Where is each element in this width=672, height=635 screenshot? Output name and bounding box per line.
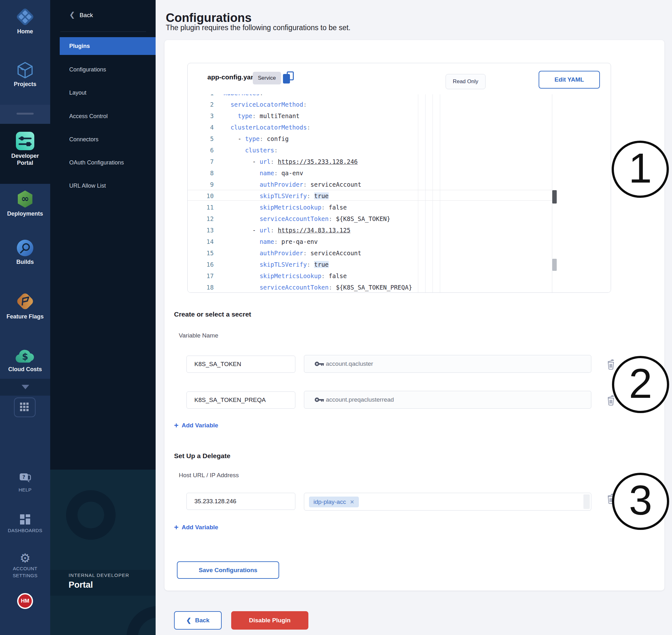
delegate-heading: Set Up a Delegate: [174, 452, 230, 460]
feature-flags-icon: [15, 291, 36, 313]
subnav-item-access-control[interactable]: Access Control: [60, 107, 156, 125]
sidebar-label-feature-flags: Feature Flags: [0, 313, 50, 320]
add-variable-label-2: Add Variable: [182, 524, 218, 530]
yaml-line-14: 14 name: pre-qa-env: [188, 236, 412, 247]
host-url-label: Host URL / IP Address: [179, 472, 239, 479]
gear-icon: ⚙: [20, 551, 30, 565]
subnav-item-connectors[interactable]: Connectors: [60, 131, 156, 148]
read-only-badge: Read Only: [446, 74, 485, 89]
app-window: Home Projects Developer Portal ∞ Deploym…: [0, 0, 672, 635]
subnav-back-link[interactable]: ❮Back: [69, 11, 93, 19]
sidebar-item-deployments[interactable]: ∞ Deployments: [0, 189, 50, 217]
sidebar-label-settings: SETTINGS: [0, 572, 50, 579]
sidebar-item-home[interactable]: Home: [0, 7, 50, 35]
svg-text:∞: ∞: [21, 193, 29, 204]
current-line-border-top: [188, 190, 552, 190]
yaml-line-18: 18 serviceAccountToken: ${K8S_SA_TOKEN_P…: [188, 282, 412, 292]
variable-name-input-1[interactable]: K8S_SA_TOKEN: [187, 356, 295, 373]
home-icon: [15, 7, 35, 28]
remove-tag-icon[interactable]: ✕: [350, 499, 354, 505]
yaml-line-12: 12 serviceAccountToken: ${K8S_SA_TOKEN}: [188, 213, 412, 224]
sidebar-label-builds: Builds: [0, 259, 50, 265]
sidebar-collapse-chevron-icon[interactable]: [22, 385, 29, 389]
dashboards-icon: [19, 513, 31, 527]
user-avatar[interactable]: HM: [17, 593, 33, 609]
yaml-line-4: 4 clusterLocatorMethods:: [188, 122, 412, 133]
sidebar-label-account: ACCOUNT: [0, 565, 50, 572]
yaml-line-7: 7 - url: https://35.233.128.246: [188, 156, 412, 167]
yaml-line-10: 10 skipTLSVerify: true: [188, 190, 412, 202]
subnav-item-layout[interactable]: Layout: [60, 84, 156, 102]
sidebar-label-home: Home: [0, 28, 50, 35]
annotation-circle-3: 3: [612, 473, 669, 530]
edit-yaml-button[interactable]: Edit YAML: [539, 71, 600, 89]
subnav-back-label: Back: [80, 12, 93, 18]
subnav-item-plugins[interactable]: Plugins: [60, 37, 156, 55]
yaml-line-5: 5 - type: config: [188, 133, 412, 145]
host-url-input[interactable]: 35.233.128.246: [187, 493, 295, 510]
yaml-line-16: 16 skipTLSVerify: true: [188, 259, 412, 270]
yaml-line-1: 1kubernetes:: [188, 94, 412, 99]
copy-icon[interactable]: [283, 71, 296, 85]
save-configurations-button[interactable]: Save Configurations: [177, 561, 279, 579]
secrets-heading: Create or select a secret: [174, 310, 251, 318]
secret-value-label: account.preqaclusterread: [326, 396, 394, 403]
delete-variable-icon-1[interactable]: [607, 359, 616, 370]
delegate-tags-field[interactable]: idp-play-acc✕: [304, 493, 591, 510]
tagfield-scroll-strip: [583, 494, 590, 509]
sidebar-item-account-settings[interactable]: ⚙ ACCOUNT SETTINGS: [0, 551, 50, 579]
brand-small-label: INTERNAL DEVELOPER: [69, 572, 129, 578]
add-variable-button-2[interactable]: +Add Variable: [174, 523, 218, 531]
page-title: Configurations: [166, 11, 252, 25]
decorative-ring-2: [126, 606, 156, 635]
secret-select-field-2[interactable]: account.preqaclusterread: [304, 391, 591, 409]
sidebar-item-feature-flags[interactable]: Feature Flags: [0, 291, 50, 320]
sidebar-item-dashboards[interactable]: DASHBOARDS: [0, 513, 50, 534]
subnav-decoration: INTERNAL DEVELOPER Portal: [50, 469, 156, 635]
svg-text:?: ?: [22, 474, 25, 480]
back-button[interactable]: ❮Back: [174, 611, 222, 630]
subnav-item-url-allow-list[interactable]: URL Allow List: [60, 177, 156, 195]
sidebar-item-builds[interactable]: Builds: [0, 239, 50, 265]
module-grid-button[interactable]: [14, 397, 36, 417]
code-scrollbar-thumb[interactable]: [552, 190, 557, 203]
decorative-ring: [66, 490, 115, 540]
sidebar-label-dashboards: DASHBOARDS: [0, 527, 50, 534]
sidebar-label-developer: Developer: [0, 152, 50, 159]
secret-select-field-1[interactable]: account.qacluster: [304, 355, 591, 373]
delegate-tag-chip[interactable]: idp-play-acc✕: [309, 497, 359, 507]
key-icon: [315, 360, 325, 367]
deployments-icon: ∞: [15, 189, 35, 210]
service-badge: Service: [253, 72, 281, 85]
plugin-subnav: ❮Back Plugins Configurations Layout Acce…: [50, 0, 156, 635]
sidebar-item-developer-portal[interactable]: Developer Portal: [0, 131, 50, 167]
key-icon: [315, 396, 325, 403]
secret-value-label: account.qacluster: [326, 360, 373, 367]
plus-icon: +: [174, 421, 178, 430]
yaml-code-viewport[interactable]: 1kubernetes:2 serviceLocatorMethod:3 typ…: [188, 94, 611, 292]
yaml-line-15: 15 authProvider: serviceAccount: [188, 247, 412, 259]
projects-icon: [16, 61, 34, 81]
module-sidebar: Home Projects Developer Portal ∞ Deploym…: [0, 0, 50, 635]
annotation-circle-1: 1: [612, 141, 669, 198]
sidebar-item-cloud-costs[interactable]: $ Cloud Costs: [0, 348, 50, 373]
current-line-border-bottom: [188, 200, 552, 201]
yaml-line-13: 13 - url: https://34.83.13.125: [188, 224, 412, 236]
sidebar-item-projects[interactable]: Projects: [0, 61, 50, 88]
grid-icon: [20, 402, 29, 412]
subnav-item-configurations[interactable]: Configurations: [60, 61, 156, 79]
sidebar-label-help: HELP: [0, 486, 50, 494]
sidebar-item-help[interactable]: ? HELP: [0, 473, 50, 494]
disable-plugin-button[interactable]: Disable Plugin: [231, 611, 308, 630]
sidebar-label-cloud-costs: Cloud Costs: [0, 366, 50, 373]
chevron-left-icon: ❮: [186, 617, 191, 623]
annotation-circle-2: 2: [612, 356, 669, 413]
subnav-divider: [60, 31, 146, 32]
variable-name-input-2[interactable]: K8S_SA_TOKEN_PREQA: [187, 392, 295, 409]
code-scrollbar-thumb-2[interactable]: [552, 259, 557, 271]
plus-icon: +: [174, 523, 178, 531]
svg-text:$: $: [22, 351, 28, 362]
subnav-item-oauth-configurations[interactable]: OAuth Configurations: [60, 154, 156, 172]
add-variable-button[interactable]: +Add Variable: [174, 421, 218, 429]
sidebar-label-portal: Portal: [0, 159, 50, 167]
